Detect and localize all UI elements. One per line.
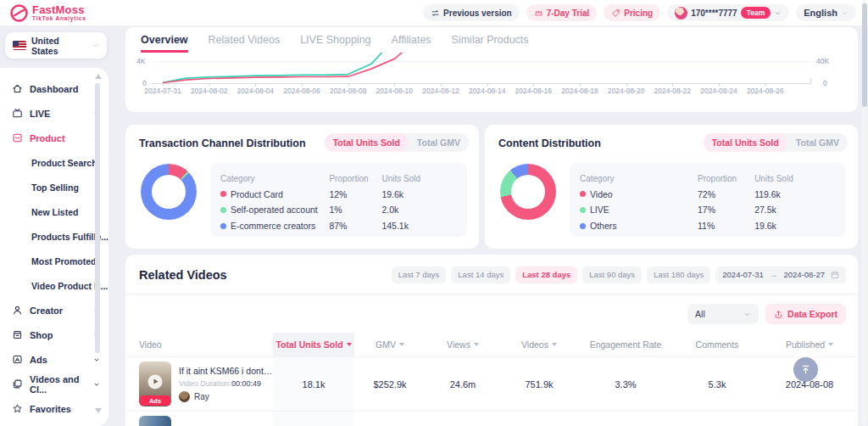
video-title[interactable]: If it aint KSM66 i dont want... — [179, 366, 273, 376]
overview-chart-card: Overview Related Videos LIVE Shopping Af… — [125, 27, 858, 112]
country-label: United States — [31, 36, 86, 56]
column-header-total-units-sold[interactable]: Total Units Sold — [273, 333, 354, 356]
related-videos-table: Video Total Units Sold GMV Views Videos … — [125, 333, 858, 426]
ads-icon — [12, 354, 23, 365]
video-thumbnail[interactable] — [139, 416, 171, 426]
legend-col-category: Category — [580, 174, 698, 183]
tab-live-shopping[interactable]: LIVE Shopping — [300, 34, 370, 53]
sidebar-scrollbar[interactable] — [95, 83, 100, 353]
sidebar-item-label: Product — [30, 133, 65, 143]
legend-dot — [580, 191, 586, 197]
sidebar-item-ads[interactable]: Ads — [0, 347, 108, 372]
date-to: 2024-08-27 — [783, 266, 825, 283]
table-row[interactable]: Ads If it aint KSM66 i dont want... Vide… — [125, 356, 858, 411]
related-videos-card: Related Videos Last 7 days Last 14 days … — [125, 255, 858, 426]
sidebar-item-videos-and-clips[interactable]: Videos and Cl... — [0, 372, 108, 396]
pricing-button[interactable]: Pricing — [604, 4, 660, 21]
legend-label: Video — [590, 189, 613, 199]
filter-last-14-days[interactable]: Last 14 days — [451, 266, 510, 283]
videos-icon — [12, 378, 23, 390]
tab-related-videos[interactable]: Related Videos — [209, 34, 281, 53]
sidebar-item-label: Favorites — [30, 404, 71, 414]
date-range-picker[interactable]: 2024-07-31 → 2024-08-27 — [715, 266, 846, 283]
sidebar-item-dashboard[interactable]: Dashboard — [0, 76, 108, 101]
filter-last-180-days[interactable]: Last 180 days — [647, 266, 710, 283]
home-icon — [12, 83, 23, 94]
sidebar-item-live[interactable]: LIVE — [0, 101, 108, 126]
brand-logo[interactable]: FastMoss TikTok Analytics — [10, 4, 86, 22]
cell-comments: 5.3k — [673, 357, 761, 411]
sidebar-item-video-product-research[interactable]: Video Product R... — [0, 273, 108, 298]
sidebar-item-shop[interactable]: Shop — [0, 322, 108, 347]
x-axis-tick-label: 2024-08-10 — [376, 87, 413, 95]
table-row[interactable]: who eles dgaf abt shit that ... — [125, 411, 858, 426]
user-avatar — [675, 7, 687, 20]
toggle-total-units-sold[interactable]: Total Units Sold — [704, 133, 787, 152]
brand-name: FastMoss — [32, 4, 86, 15]
sidebar-item-top-selling[interactable]: Top Selling — [0, 175, 108, 199]
chevron-down-icon — [93, 381, 100, 388]
filter-last-7-days[interactable]: Last 7 days — [392, 266, 447, 283]
column-header-videos[interactable]: Videos — [500, 333, 578, 356]
x-axis-tick-label: 2024-08-24 — [700, 87, 737, 95]
x-axis-tick-label: 2024-08-16 — [515, 87, 552, 95]
column-header-views[interactable]: Views — [426, 333, 500, 356]
previous-version-button[interactable]: Previous version — [423, 4, 520, 21]
sidebar-child-label: Product Search — [31, 158, 97, 168]
line-chart-plot — [151, 53, 810, 84]
content-metric-toggle: Total Units Sold Total GMV — [704, 133, 848, 152]
user-menu[interactable]: 170****7777 Team — [667, 4, 789, 21]
sidebar-item-products-fulfilled[interactable]: Products Fulfille... — [0, 224, 108, 249]
toggle-total-gmv[interactable]: Total GMV — [787, 133, 848, 152]
x-axis-tick-label: 2024-08-14 — [469, 87, 505, 95]
sort-caret-icon — [474, 343, 479, 346]
export-icon — [774, 310, 783, 319]
page-scrollbar-thumb[interactable] — [862, 3, 867, 107]
legend-proportion: 1% — [329, 205, 381, 215]
sidebar-item-product-search[interactable]: Product Search — [0, 150, 108, 175]
sidebar-scroll-down-arrow[interactable] — [95, 408, 102, 413]
sidebar-child-label: Most Promoted — [31, 256, 96, 266]
data-export-button[interactable]: Data Export — [765, 304, 846, 324]
toggle-total-gmv[interactable]: Total GMV — [409, 133, 469, 152]
trial-button[interactable]: 7-Day Trial — [526, 4, 598, 21]
language-select[interactable]: English — [796, 4, 856, 21]
legend-label: Others — [590, 221, 617, 231]
date-from: 2024-07-31 — [722, 266, 764, 283]
toggle-total-units-sold[interactable]: Total Units Sold — [325, 133, 409, 152]
divider — [125, 294, 858, 294]
sidebar-scroll-up-arrow[interactable] — [95, 74, 102, 79]
legend-row: Self-operated account 1% 2.0k — [220, 205, 457, 215]
sidebar-item-new-listed[interactable]: New Listed — [0, 199, 108, 224]
legend-units: 27.5k — [754, 205, 836, 215]
video-author[interactable]: Ray — [179, 391, 273, 402]
x-axis-tick-label: 2024-08-18 — [561, 87, 598, 95]
chevron-down-icon — [92, 42, 99, 49]
content-legend: Category Proportion Units Sold Video 72%… — [570, 162, 846, 237]
top-header: FastMoss TikTok Analytics Previous versi… — [0, 0, 868, 25]
back-to-top-button[interactable] — [793, 357, 818, 382]
sidebar-item-label: Videos and Cl... — [30, 374, 86, 395]
chevron-down-icon — [774, 9, 782, 17]
legend-col-units: Units Sold — [754, 174, 836, 183]
filter-last-90-days[interactable]: Last 90 days — [582, 266, 642, 283]
legend-row: Others 11% 19.6k — [580, 221, 836, 231]
column-header-published[interactable]: Published — [761, 333, 858, 356]
tab-affiliates[interactable]: Affiliates — [392, 34, 431, 53]
tab-similar-products[interactable]: Similar Products — [452, 34, 529, 53]
user-phone: 170****7777 — [691, 8, 737, 18]
sidebar-item-most-promoted[interactable]: Most Promoted — [0, 249, 108, 273]
filter-last-28-days[interactable]: Last 28 days — [515, 266, 577, 283]
sidebar-item-product[interactable]: Product — [0, 126, 108, 150]
legend-units: 145.1k — [381, 221, 457, 231]
video-thumbnail[interactable]: Ads — [139, 362, 171, 406]
sort-caret-icon — [828, 343, 833, 346]
video-type-select[interactable]: All — [687, 304, 759, 324]
sidebar-item-creator[interactable]: Creator — [0, 298, 108, 322]
chevron-down-icon — [841, 9, 849, 17]
tab-overview[interactable]: Overview — [141, 34, 188, 53]
column-header-gmv[interactable]: GMV — [354, 333, 426, 356]
country-select[interactable]: United States — [5, 32, 107, 59]
sidebar-item-favorites[interactable]: Favorites — [0, 396, 108, 421]
price-tag-icon — [611, 8, 620, 18]
